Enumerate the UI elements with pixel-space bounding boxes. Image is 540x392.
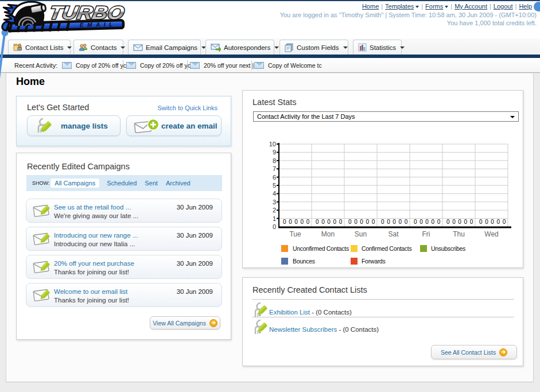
svg-text:7: 7 [273, 165, 276, 172]
svg-text:00000: 00000 [446, 219, 476, 225]
svg-text:00000: 00000 [316, 219, 345, 225]
svg-text:10: 10 [269, 141, 276, 148]
svg-text:00000: 00000 [348, 219, 378, 225]
svg-text:9: 9 [273, 149, 276, 156]
svg-text:00000: 00000 [381, 219, 410, 225]
svg-text:Wed: Wed [484, 230, 498, 238]
svg-text:Mon: Mon [321, 230, 335, 238]
svg-text:0: 0 [273, 223, 276, 230]
svg-text:00000: 00000 [283, 219, 312, 225]
svg-text:Tue: Tue [289, 230, 301, 238]
svg-text:1: 1 [273, 215, 276, 222]
svg-text:8: 8 [273, 157, 276, 164]
svg-text:5: 5 [273, 182, 276, 189]
svg-text:2: 2 [273, 207, 276, 214]
svg-text:4: 4 [273, 190, 276, 197]
svg-text:00000: 00000 [479, 219, 508, 225]
svg-text:Sun: Sun [355, 230, 367, 238]
svg-text:Sat: Sat [388, 230, 399, 238]
svg-text:Fri: Fri [422, 230, 430, 238]
svg-text:6: 6 [273, 174, 276, 181]
svg-text:00000: 00000 [414, 219, 443, 225]
svg-text:Thu: Thu [453, 230, 465, 238]
svg-text:3: 3 [273, 199, 276, 205]
svg-text:TURBO: TURBO [48, 2, 126, 23]
